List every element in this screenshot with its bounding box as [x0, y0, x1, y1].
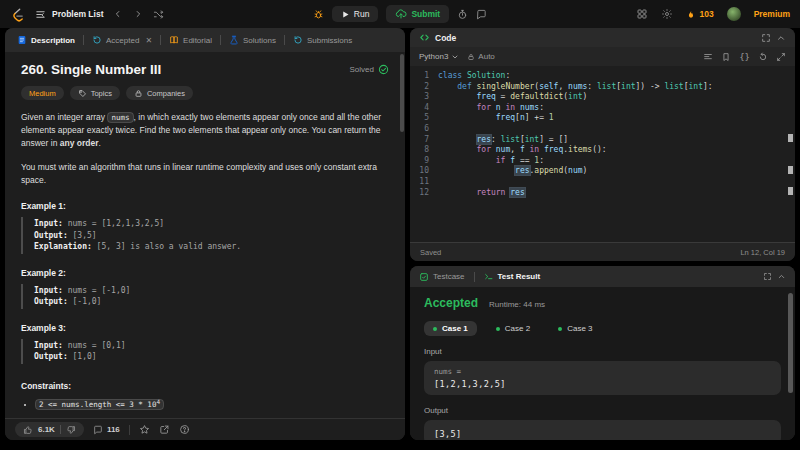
code-line-11[interactable]: 11 — [410, 177, 795, 188]
comments-button[interactable]: 116 — [93, 425, 120, 435]
line-number: 3 — [410, 92, 438, 103]
line-number: 9 — [410, 156, 438, 167]
code-line-8[interactable]: 8 for num, f in freq.items(): — [410, 145, 795, 156]
code-line-2[interactable]: 2 def singleNumber(self, nums: list[int]… — [410, 82, 795, 93]
output-value: [3,5] — [434, 429, 771, 439]
overview-ruler-mark — [788, 187, 793, 195]
maximize-icon[interactable] — [761, 33, 771, 43]
avatar[interactable] — [727, 7, 741, 21]
code-statusbar: Saved Ln 12, Col 19 — [410, 242, 795, 261]
language-selector[interactable]: Python3 — [419, 52, 459, 61]
share-button[interactable] — [159, 424, 170, 435]
debug-icon[interactable] — [313, 9, 324, 20]
tab-submissions[interactable]: Submissions — [289, 35, 356, 45]
problem-list-button[interactable]: Problem List — [35, 9, 103, 20]
leetcode-logo[interactable] — [10, 7, 25, 22]
problem-tabbar: Description Accepted ✕ Editorial Solutio… — [5, 28, 405, 52]
comment-count: 116 — [107, 425, 120, 434]
code-editor[interactable]: 1class Solution:2 def singleNumber(self,… — [410, 66, 795, 242]
line-number: 4 — [410, 103, 438, 114]
case-status-dot — [558, 327, 562, 331]
cloud-upload-icon — [395, 8, 407, 20]
thumbs-up-button[interactable] — [23, 425, 33, 435]
code-line-10[interactable]: 10 res.append(num) — [410, 166, 795, 177]
shuffle-icon[interactable] — [153, 9, 164, 20]
premium-link[interactable]: Premium — [754, 9, 790, 19]
case-tab-2[interactable]: Case 2 — [487, 321, 539, 336]
code-panel: Code Python3 Auto — [410, 28, 795, 261]
tag-icon — [78, 89, 87, 98]
input-variable: nums = — [434, 367, 771, 376]
collapse-chevron-icon[interactable] — [777, 272, 786, 281]
bookmark-icon[interactable] — [721, 52, 731, 62]
case-tab-3[interactable]: Case 3 — [549, 321, 601, 336]
output-box[interactable]: [3,5] — [424, 420, 781, 440]
description-icon — [17, 35, 27, 45]
test-panel-scrollbar[interactable] — [788, 293, 793, 393]
streak-counter[interactable]: 103 — [686, 9, 713, 20]
code-lines: 1class Solution:2 def singleNumber(self,… — [410, 71, 795, 198]
fullscreen-arrows-icon[interactable] — [776, 52, 786, 62]
code-line-1[interactable]: 1class Solution: — [410, 71, 795, 82]
layout-icon[interactable] — [636, 8, 648, 20]
cursor-position[interactable]: Ln 12, Col 19 — [740, 248, 785, 257]
case-tab-1[interactable]: Case 1 — [424, 321, 477, 336]
reset-code-icon[interactable] — [758, 52, 768, 62]
submit-button[interactable]: Submit — [386, 5, 449, 23]
run-button[interactable]: Run — [332, 6, 379, 22]
line-number: 11 — [410, 177, 438, 188]
code-line-6[interactable]: 6 — [410, 124, 795, 135]
tab-testcase[interactable]: Testcase — [419, 272, 465, 282]
tab-editorial[interactable]: Editorial — [165, 35, 216, 45]
thumbs-down-button[interactable] — [66, 425, 76, 435]
auto-toggle[interactable]: Auto — [467, 52, 494, 61]
case-tabs: Case 1Case 2Case 3 — [424, 321, 781, 336]
code-line-12[interactable]: 12 return res — [410, 188, 795, 199]
line-number: 2 — [410, 82, 438, 93]
flame-icon — [686, 9, 696, 20]
code-line-3[interactable]: 3 freq = defaultdict(int) — [410, 92, 795, 103]
solved-status: Solved — [350, 64, 389, 75]
favorite-star-button[interactable] — [139, 424, 150, 435]
problem-scrollbar[interactable] — [400, 54, 404, 132]
code-line-7[interactable]: 7 res: list[int] = [] — [410, 135, 795, 146]
tab-accepted[interactable]: Accepted ✕ — [88, 35, 156, 45]
saved-status: Saved — [420, 248, 441, 257]
overview-ruler-mark — [788, 166, 793, 174]
format-code-icon[interactable] — [703, 52, 713, 62]
companies-badge[interactable]: Companies — [126, 86, 193, 100]
collapse-chevron-icon[interactable] — [776, 33, 786, 43]
line-number: 12 — [410, 188, 438, 199]
brackets-icon[interactable]: {} — [739, 52, 750, 62]
example-3-block: Input: nums = [0,1]Output: [1,0] — [21, 339, 389, 364]
workspace: Description Accepted ✕ Editorial Solutio… — [0, 28, 800, 445]
difficulty-badge[interactable]: Medium — [21, 86, 64, 100]
example-row: Input: nums = [1,2,1,3,2,5] — [34, 218, 389, 230]
maximize-icon[interactable] — [763, 272, 772, 281]
example-row: Output: [-1,0] — [34, 296, 389, 308]
tab-description[interactable]: Description — [13, 35, 79, 45]
close-tab-icon[interactable]: ✕ — [145, 36, 152, 45]
settings-gear-icon[interactable] — [661, 8, 673, 20]
line-number: 8 — [410, 145, 438, 156]
next-problem-button[interactable] — [133, 9, 143, 19]
problem-description-paragraph-2: You must write an algorithm that runs in… — [21, 161, 389, 187]
topics-badge[interactable]: Topics — [70, 86, 120, 100]
help-button[interactable] — [179, 424, 190, 435]
code-panel-title: Code — [435, 33, 756, 43]
lock-icon — [134, 89, 143, 98]
runtime-label: Runtime: 44 ms — [489, 300, 545, 309]
tab-solutions[interactable]: Solutions — [225, 35, 280, 45]
test-panel-header: Testcase Test Result — [410, 266, 795, 287]
example-2-block: Input: nums = [-1,0]Output: [-1,0] — [21, 284, 389, 309]
code-line-4[interactable]: 4 for n in nums: — [410, 103, 795, 114]
tab-test-result[interactable]: Test Result — [484, 272, 541, 282]
notes-icon[interactable] — [476, 9, 487, 20]
line-number: 1 — [410, 71, 438, 82]
code-line-5[interactable]: 5 freq[n] += 1 — [410, 113, 795, 124]
list-icon — [35, 9, 46, 20]
input-box[interactable]: nums = [1,2,1,3,2,5] — [424, 361, 781, 395]
prev-problem-button[interactable] — [113, 9, 123, 19]
code-line-9[interactable]: 9 if f == 1: — [410, 156, 795, 167]
timer-icon[interactable] — [457, 9, 468, 20]
